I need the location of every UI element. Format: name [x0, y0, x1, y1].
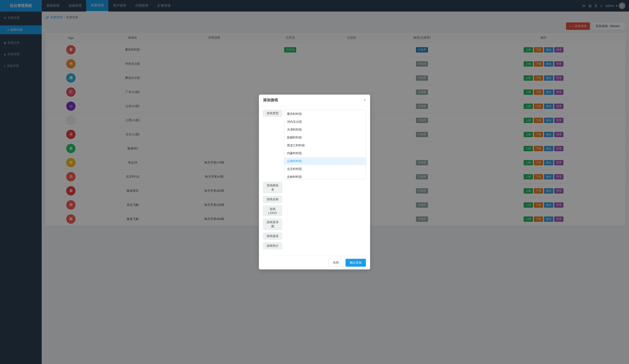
module-label-btn[interactable]: 游戏模块名 — [263, 182, 282, 193]
dropdown-item[interactable]: 新疆时时彩 — [284, 134, 366, 142]
dropdown-item[interactable]: 河内五分彩 — [284, 118, 366, 126]
game-type-dropdown[interactable]: 重庆时时彩河内五分彩天津时时彩新疆时时彩黑龙江时时彩内蒙时时彩云南时时彩北京时时… — [284, 110, 366, 179]
form-row-desc: 游戏描述 — [263, 233, 366, 240]
dropdown-item[interactable]: 重庆时时彩 — [284, 110, 366, 118]
label-gamename: 游戏名称 — [263, 196, 284, 203]
label-type: 游戏类型 — [263, 110, 284, 117]
add-game-modal: 添加游戏 × 游戏类型 重庆时时彩河内五分彩天津时时彩新疆时时彩黑龙江时时彩内蒙… — [259, 94, 370, 270]
dropdown-item[interactable]: 吉林时时彩 — [284, 173, 366, 179]
dropdown-item[interactable]: 内蒙时时彩 — [284, 149, 366, 157]
intro-label-btn[interactable]: 游戏简介 — [263, 242, 282, 249]
promo-label-btn[interactable]: 游戏宣传图 — [263, 219, 282, 230]
dropdown-item[interactable]: 黑龙江时时彩 — [284, 142, 366, 149]
logo-label-btn[interactable]: 游戏LOGO — [263, 206, 282, 216]
form-row-promo: 游戏宣传图 — [263, 219, 366, 230]
form-row-logo: 游戏LOGO — [263, 206, 366, 216]
modal-title: 添加游戏 — [263, 98, 278, 103]
label-desc: 游戏描述 — [263, 233, 284, 240]
form-row-gamename: 游戏名称 — [263, 196, 366, 203]
dropdown-item[interactable]: 北京时时彩 — [284, 165, 366, 173]
label-logo: 游戏LOGO — [263, 206, 284, 216]
modal-confirm-btn[interactable]: 确认添加 — [345, 259, 366, 267]
modal-body: 游戏类型 重庆时时彩河内五分彩天津时时彩新疆时时彩黑龙江时时彩内蒙时时彩云南时时… — [259, 106, 370, 256]
form-row-type: 游戏类型 重庆时时彩河内五分彩天津时时彩新疆时时彩黑龙江时时彩内蒙时时彩云南时时… — [263, 110, 366, 179]
form-row-intro: 游戏简介 — [263, 242, 366, 249]
dropdown-item[interactable]: 云南时时彩 — [284, 157, 366, 165]
modal-close-btn[interactable]: × — [363, 98, 366, 103]
modal-header: 添加游戏 × — [259, 94, 370, 106]
label-intro: 游戏简介 — [263, 242, 284, 249]
label-promo: 游戏宣传图 — [263, 219, 284, 230]
modal-footer: 关闭 确认添加 — [259, 256, 370, 270]
gamename-label-btn[interactable]: 游戏名称 — [263, 196, 282, 203]
label-module: 游戏模块名 — [263, 182, 284, 193]
modal-overlay[interactable]: 添加游戏 × 游戏类型 重庆时时彩河内五分彩天津时时彩新疆时时彩黑龙江时时彩内蒙… — [0, 0, 629, 364]
type-label-btn[interactable]: 游戏类型 — [263, 110, 282, 117]
desc-label-btn[interactable]: 游戏描述 — [263, 233, 282, 240]
modal-cancel-btn[interactable]: 关闭 — [328, 259, 343, 267]
form-row-module: 游戏模块名 — [263, 182, 366, 193]
dropdown-item[interactable]: 天津时时彩 — [284, 126, 366, 134]
